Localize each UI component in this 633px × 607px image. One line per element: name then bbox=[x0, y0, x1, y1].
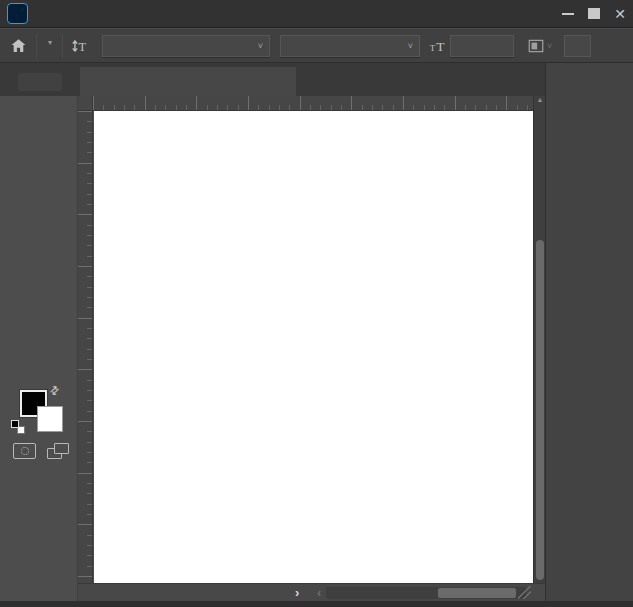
svg-text:T: T bbox=[430, 43, 436, 53]
close-button[interactable]: ✕ bbox=[607, 0, 633, 27]
photoshop-window: ✕ ▾ T ˅ ˅ T T bbox=[0, 0, 633, 607]
font-style-select[interactable]: ˅ bbox=[280, 35, 420, 57]
chevron-down-icon: ˅ bbox=[258, 41, 263, 51]
photoshop-logo-icon bbox=[7, 3, 28, 24]
close-icon: ✕ bbox=[614, 7, 626, 21]
document-tab[interactable] bbox=[80, 67, 296, 96]
document-tab-bar bbox=[0, 63, 545, 96]
vertical-ruler[interactable] bbox=[78, 111, 93, 583]
swap-colors-icon[interactable]: ⇄ bbox=[47, 383, 63, 399]
status-menu-arrow-icon[interactable]: › bbox=[295, 585, 299, 600]
separator bbox=[62, 34, 63, 58]
window-bottom-edge bbox=[0, 601, 633, 607]
scroll-left-icon[interactable]: ‹ bbox=[317, 585, 321, 600]
chevron-down-icon: ˅ bbox=[547, 41, 552, 51]
text-orientation-icon[interactable]: T bbox=[71, 37, 89, 55]
canvas-artwork bbox=[94, 111, 533, 583]
preview-box-icon[interactable] bbox=[527, 37, 545, 55]
minimize-button[interactable] bbox=[555, 0, 581, 27]
maximize-icon bbox=[588, 8, 600, 19]
window-controls: ✕ bbox=[555, 0, 633, 27]
screen-mode-button[interactable] bbox=[47, 443, 69, 459]
quick-mask-icon bbox=[21, 447, 29, 455]
antialias-select[interactable] bbox=[564, 35, 591, 57]
scroll-up-icon[interactable]: ▲ bbox=[535, 96, 545, 103]
home-icon[interactable] bbox=[10, 37, 27, 54]
inactive-tab-stub bbox=[18, 73, 62, 91]
maximize-button[interactable] bbox=[581, 0, 607, 27]
svg-text:T: T bbox=[78, 40, 86, 54]
vertical-scrollbar[interactable]: ▲ bbox=[533, 96, 545, 583]
menu-bar: ✕ bbox=[0, 0, 633, 28]
type-tool-preset-icon[interactable]: ▾ bbox=[47, 38, 52, 53]
minimize-icon bbox=[562, 13, 574, 15]
font-size-input[interactable] bbox=[450, 35, 514, 57]
separator bbox=[36, 34, 37, 58]
chevron-down-icon: ▾ bbox=[48, 38, 52, 47]
background-color-swatch[interactable] bbox=[37, 406, 63, 432]
status-bar: › ‹ bbox=[78, 583, 545, 601]
resize-grip-icon[interactable] bbox=[518, 586, 531, 599]
quick-mask-button[interactable] bbox=[13, 443, 36, 459]
chevron-down-icon: ˅ bbox=[408, 41, 413, 51]
ruler-corner[interactable] bbox=[78, 96, 93, 111]
font-family-select[interactable]: ˅ bbox=[102, 35, 270, 57]
horizontal-scrollbar[interactable] bbox=[326, 587, 526, 599]
horizontal-scrollbar-thumb[interactable] bbox=[438, 588, 516, 598]
screen-mode-icon bbox=[54, 443, 69, 454]
font-size-icon: T T bbox=[428, 37, 446, 55]
horizontal-ruler[interactable] bbox=[93, 96, 533, 111]
vertical-scrollbar-thumb[interactable] bbox=[536, 240, 544, 580]
document-canvas[interactable] bbox=[94, 111, 533, 583]
tool-options-bar: ▾ T ˅ ˅ T T bbox=[0, 29, 633, 63]
svg-text:T: T bbox=[436, 39, 445, 54]
right-dock-panel bbox=[545, 63, 633, 601]
tools-panel: ⇄ bbox=[0, 96, 78, 601]
default-colors-icon[interactable] bbox=[11, 420, 25, 434]
